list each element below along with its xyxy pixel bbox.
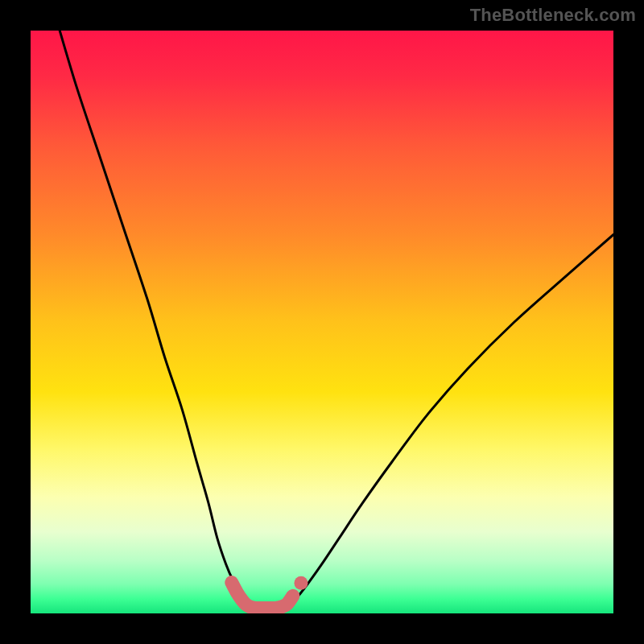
curves-layer bbox=[31, 31, 613, 613]
watermark-text: TheBottleneck.com bbox=[470, 5, 636, 26]
chart-frame: TheBottleneck.com bbox=[0, 0, 644, 644]
svg-point-1 bbox=[294, 576, 308, 590]
right-curve bbox=[287, 234, 613, 606]
left-curve bbox=[60, 31, 250, 606]
plot-area bbox=[31, 31, 613, 613]
valley-markers bbox=[232, 576, 308, 609]
